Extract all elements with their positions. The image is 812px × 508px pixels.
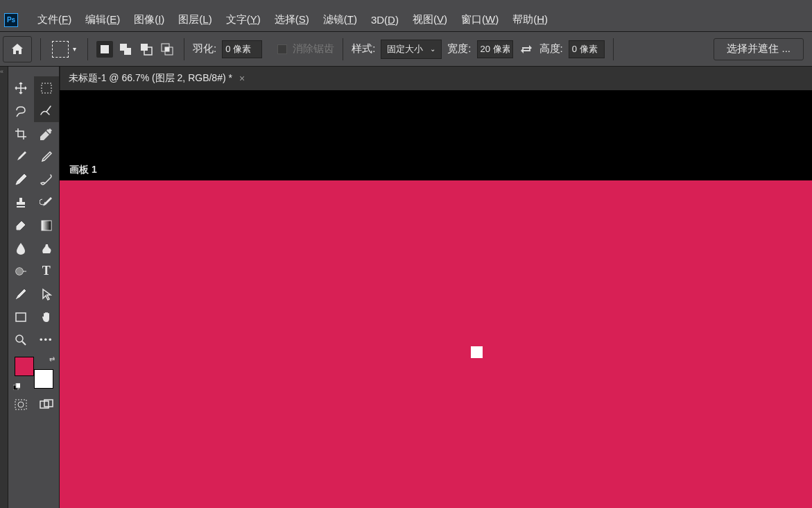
marquee-icon	[40, 82, 53, 94]
width-label: 宽度:	[447, 42, 471, 56]
svg-rect-8	[42, 83, 51, 93]
quick-select-tool[interactable]	[34, 99, 60, 122]
crop-tool[interactable]	[8, 122, 34, 145]
brush-tool[interactable]	[8, 145, 34, 168]
panel-collapse-strip[interactable]: «	[0, 67, 8, 508]
home-button[interactable]	[3, 36, 32, 62]
default-colors-icon[interactable]	[13, 383, 20, 390]
healing-tool[interactable]	[8, 168, 34, 191]
home-icon	[10, 42, 24, 56]
window-top-strip	[0, 0, 812, 8]
type-tool[interactable]: T	[34, 260, 60, 282]
lasso-tool[interactable]	[8, 99, 34, 122]
type-icon: T	[42, 264, 51, 278]
eraser-tool[interactable]	[8, 214, 34, 237]
divider	[40, 38, 41, 60]
selection-new-button[interactable]	[96, 41, 113, 58]
marquee-tool[interactable]	[34, 76, 60, 99]
style-select[interactable]: 固定大小 ⌄	[381, 40, 442, 59]
menu-edit[interactable]: 编辑(E)	[78, 10, 127, 29]
background-color-swatch[interactable]	[34, 369, 53, 389]
swap-colors-icon[interactable]: ⇄	[49, 355, 55, 363]
selection-subtract-button[interactable]	[138, 41, 155, 58]
smudge-icon	[40, 242, 53, 255]
menu-select[interactable]: 选择(S)	[268, 10, 316, 29]
menu-window[interactable]: 窗口(W)	[454, 10, 506, 29]
divider	[87, 38, 88, 60]
style-value: 固定大小	[387, 43, 423, 56]
zoom-tool[interactable]	[8, 328, 34, 351]
menu-help[interactable]: 帮助(H)	[506, 10, 555, 29]
selection-intersect-icon	[161, 43, 173, 56]
history-brush-tool[interactable]	[34, 191, 60, 214]
screen-mode-tool[interactable]	[34, 393, 60, 416]
history-brush-icon	[40, 196, 53, 209]
svg-rect-10	[42, 221, 51, 230]
toolbox: T ••• ⇄	[8, 67, 60, 508]
style-label: 样式:	[352, 42, 375, 56]
gradient-tool[interactable]	[34, 214, 60, 237]
menu-layer[interactable]: 图层(L)	[171, 10, 218, 29]
move-tool[interactable]	[8, 76, 34, 99]
width-input[interactable]	[477, 40, 513, 58]
foreground-color-swatch[interactable]	[15, 357, 34, 376]
antialias-checkbox	[277, 44, 287, 54]
clone-stamp-tool[interactable]	[34, 168, 60, 191]
dodge-icon	[15, 265, 27, 278]
chevron-down-icon: ⌄	[430, 45, 435, 53]
more-tools[interactable]: •••	[34, 328, 60, 351]
selection-mode-group	[96, 41, 175, 58]
svg-rect-2	[124, 48, 131, 55]
gradient-icon	[40, 219, 53, 232]
menu-filter[interactable]: 滤镜(T)	[316, 10, 364, 29]
quick-mask-tool[interactable]	[8, 393, 34, 416]
selection-intersect-button[interactable]	[159, 41, 175, 58]
hand-tool[interactable]	[34, 305, 60, 328]
stamp-tool[interactable]	[8, 191, 34, 214]
cursor-icon	[41, 288, 52, 300]
document-tab-title: 未标题-1 @ 66.7% (图层 2, RGB/8#) *	[69, 72, 232, 85]
menu-type[interactable]: 文字(Y)	[219, 10, 268, 29]
height-input[interactable]	[569, 40, 605, 58]
document-tab[interactable]: 未标题-1 @ 66.7% (图层 2, RGB/8#) * ×	[60, 67, 253, 90]
healing-icon	[15, 173, 27, 186]
tool-preset-selector[interactable]: ▾	[49, 41, 79, 58]
select-and-mask-button[interactable]: 选择并遮住 ...	[714, 38, 804, 60]
artboard-label[interactable]: 画板 1	[60, 160, 812, 180]
options-bar: ▾ 羽化: 消除锯齿 样式: 固定大小 ⌄ 宽度: 高度: 选择并遮住 ...	[0, 32, 812, 67]
divider	[343, 38, 343, 60]
svg-rect-16	[16, 383, 20, 388]
close-tab-icon[interactable]: ×	[239, 73, 245, 84]
rectangle-tool[interactable]	[8, 305, 34, 328]
zoom-icon	[15, 334, 27, 346]
svg-point-12	[16, 268, 23, 275]
menubar: Ps 文件(F) 编辑(E) 图像(I) 图层(L) 文字(Y) 选择(S) 滤…	[0, 8, 812, 32]
canvas-area[interactable]: 画板 1	[60, 90, 812, 508]
pen-icon	[15, 288, 27, 300]
blur-tool[interactable]	[8, 237, 34, 260]
pencil-tool[interactable]	[34, 145, 60, 168]
menu-3d[interactable]: 3D(D)	[364, 11, 406, 28]
menu-file[interactable]: 文件(F)	[31, 10, 78, 29]
crop-icon	[15, 128, 27, 140]
dodge-tool[interactable]	[8, 260, 34, 282]
hand-icon	[40, 311, 53, 323]
rectangle-icon	[15, 312, 27, 323]
swap-icon	[520, 43, 533, 56]
selection-subtract-icon	[140, 43, 153, 56]
canvas[interactable]	[60, 180, 812, 508]
move-icon	[15, 82, 27, 94]
menu-view[interactable]: 视图(V)	[406, 10, 454, 29]
chevron-down-icon: ▾	[73, 45, 76, 53]
antialias-label: 消除锯齿	[293, 42, 334, 56]
menu-image[interactable]: 图像(I)	[127, 10, 171, 29]
blur-icon	[15, 242, 26, 255]
eyedropper-tool[interactable]	[34, 122, 60, 145]
path-select-tool[interactable]	[34, 282, 60, 305]
svg-point-14	[16, 335, 23, 342]
smudge-tool[interactable]	[34, 237, 60, 260]
swap-wh-button[interactable]	[519, 42, 534, 57]
pen-tool[interactable]	[8, 282, 34, 305]
selection-add-button[interactable]	[117, 41, 134, 58]
feather-input[interactable]	[222, 40, 262, 58]
